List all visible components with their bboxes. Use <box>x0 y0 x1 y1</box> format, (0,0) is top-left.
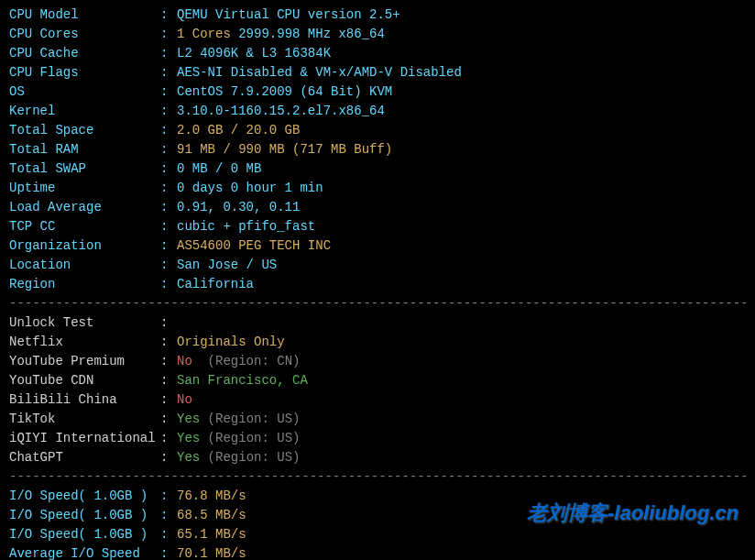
youtube-cdn-row: YouTube CDN: San Francisco, CA <box>9 371 746 390</box>
netflix-label: Netflix <box>9 333 160 352</box>
tcp-cc-row: TCP CC: cubic + pfifo_fast <box>9 217 746 236</box>
io-speed-2-value: 68.5 MB/s <box>177 508 246 522</box>
tiktok-row: TikTok: Yes (Region: US) <box>9 410 746 429</box>
load-avg-value: 0.91, 0.30, 0.11 <box>177 200 300 214</box>
separator: : <box>160 448 177 467</box>
location-value: San Jose / US <box>177 258 277 272</box>
io-avg-value: 70.1 MB/s <box>177 546 246 560</box>
uptime-value: 0 days 0 hour 1 min <box>177 181 323 195</box>
section-divider: ----------------------------------------… <box>9 467 746 487</box>
iqiyi-label: iQIYI International <box>9 429 160 448</box>
cpu-cache-label: CPU Cache <box>9 44 160 63</box>
io-avg-label: Average I/O Speed <box>9 544 160 560</box>
separator: : <box>160 159 177 179</box>
separator: : <box>160 44 177 63</box>
kernel-value: 3.10.0-1160.15.2.el7.x86_64 <box>177 104 385 118</box>
load-avg-label: Load Average <box>9 198 160 217</box>
total-swap-value: 0 MB / 0 MB <box>177 161 261 176</box>
separator: : <box>160 256 177 275</box>
youtube-premium-region: (Region: CN) <box>192 354 301 368</box>
youtube-premium-status: No <box>177 354 192 368</box>
cpu-flags-label: CPU Flags <box>9 63 160 82</box>
chatgpt-region: (Region: US) <box>200 450 300 465</box>
separator: : <box>160 121 177 140</box>
io-speed-1-label: I/O Speed( 1.0GB ) <box>9 487 160 506</box>
separator: : <box>160 429 177 448</box>
kernel-label: Kernel <box>9 102 160 121</box>
separator: : <box>160 390 177 410</box>
cpu-model-label: CPU Model <box>9 5 160 25</box>
separator: : <box>160 525 177 544</box>
separator: : <box>160 198 177 217</box>
cpu-cores-row: CPU Cores: 1 Cores 2999.998 MHz x86_64 <box>9 25 746 44</box>
io-speed-3-value: 65.1 MB/s <box>177 527 246 542</box>
separator: : <box>160 217 177 236</box>
separator: : <box>160 63 177 82</box>
io-avg-row: Average I/O Speed: 70.1 MB/s <box>9 544 746 560</box>
youtube-cdn-label: YouTube CDN <box>9 371 160 390</box>
chatgpt-status: Yes <box>177 450 200 465</box>
unlock-test-header: Unlock Test <box>9 313 160 333</box>
separator: : <box>160 313 177 333</box>
location-row: Location: San Jose / US <box>9 256 746 275</box>
tcp-cc-value: cubic + pfifo_fast <box>177 219 315 234</box>
region-value: California <box>177 277 254 291</box>
separator: : <box>160 275 177 294</box>
iqiyi-row: iQIYI International: Yes (Region: US) <box>9 429 746 448</box>
total-ram-label: Total RAM <box>9 140 160 159</box>
cpu-cores-label: CPU Cores <box>9 25 160 44</box>
section-divider: ----------------------------------------… <box>9 294 746 313</box>
io-speed-3-row: I/O Speed( 1.0GB ): 65.1 MB/s <box>9 525 746 544</box>
organization-row: Organization: AS54600 PEG TECH INC <box>9 236 746 256</box>
separator: : <box>160 487 177 506</box>
bilibili-status: No <box>177 392 192 407</box>
watermark-text: 老刘博客-laoliublog.cn <box>527 498 739 528</box>
bilibili-row: BiliBili China: No <box>9 390 746 410</box>
separator: : <box>160 352 177 371</box>
cpu-cache-row: CPU Cache: L2 4096K & L3 16384K <box>9 44 746 63</box>
separator: : <box>160 5 177 25</box>
total-space-row: Total Space: 2.0 GB / 20.0 GB <box>9 121 746 140</box>
chatgpt-row: ChatGPT: Yes (Region: US) <box>9 448 746 467</box>
io-speed-3-label: I/O Speed( 1.0GB ) <box>9 525 160 544</box>
bilibili-label: BiliBili China <box>9 390 160 410</box>
region-row: Region: California <box>9 275 746 294</box>
separator: : <box>160 236 177 256</box>
separator: : <box>160 25 177 44</box>
region-label: Region <box>9 275 160 294</box>
io-speed-2-label: I/O Speed( 1.0GB ) <box>9 506 160 525</box>
netflix-status: Originals Only <box>177 335 285 349</box>
cpu-cache-value: L2 4096K & L3 16384K <box>177 46 331 60</box>
kernel-row: Kernel: 3.10.0-1160.15.2.el7.x86_64 <box>9 102 746 121</box>
separator: : <box>160 371 177 390</box>
iqiyi-region: (Region: US) <box>200 431 300 445</box>
load-avg-row: Load Average: 0.91, 0.30, 0.11 <box>9 198 746 217</box>
tcp-cc-label: TCP CC <box>9 217 160 236</box>
separator: : <box>160 410 177 429</box>
separator: : <box>160 82 177 102</box>
cpu-model-value: QEMU Virtual CPU version 2.5+ <box>177 7 400 22</box>
tiktok-label: TikTok <box>9 410 160 429</box>
chatgpt-label: ChatGPT <box>9 448 160 467</box>
separator: : <box>160 333 177 352</box>
separator: : <box>160 544 177 560</box>
os-value: CentOS 7.9.2009 (64 Bit) KVM <box>177 84 392 99</box>
unlock-test-header-row: Unlock Test: <box>9 313 746 333</box>
total-space-label: Total Space <box>9 121 160 140</box>
separator: : <box>160 506 177 525</box>
total-swap-row: Total SWAP: 0 MB / 0 MB <box>9 159 746 179</box>
os-row: OS: CentOS 7.9.2009 (64 Bit) KVM <box>9 82 746 102</box>
separator: : <box>160 140 177 159</box>
organization-label: Organization <box>9 236 160 256</box>
separator: : <box>160 179 177 198</box>
location-label: Location <box>9 256 160 275</box>
netflix-row: Netflix: Originals Only <box>9 333 746 352</box>
cpu-flags-value: AES-NI Disabled & VM-x/AMD-V Disabled <box>177 65 462 80</box>
organization-value: AS54600 PEG TECH INC <box>177 238 331 253</box>
total-space-value: 2.0 GB / 20.0 GB <box>177 123 300 137</box>
youtube-cdn-status: San Francisco, CA <box>177 373 308 388</box>
total-ram-row: Total RAM: 91 MB / 990 MB (717 MB Buff) <box>9 140 746 159</box>
cpu-cores-count: 1 Cores <box>177 27 231 41</box>
tiktok-region: (Region: US) <box>200 412 300 426</box>
os-label: OS <box>9 82 160 102</box>
